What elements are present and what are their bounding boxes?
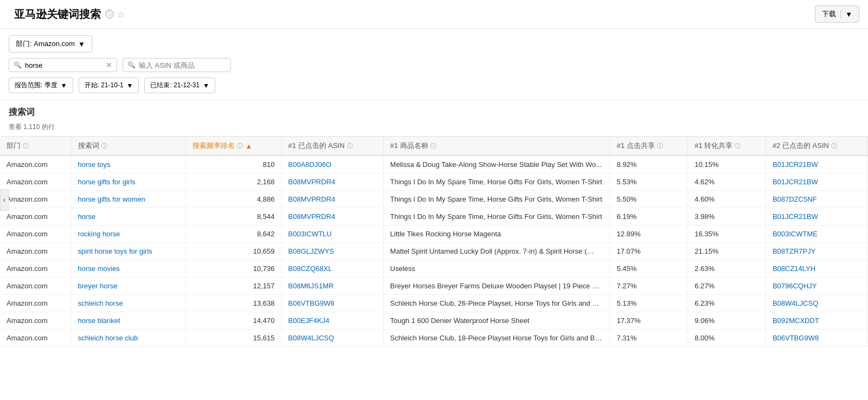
report-range-dropdown[interactable]: 报告范围: 季度 ▼: [9, 78, 73, 93]
dept-cell: Amazon.com: [0, 278, 71, 295]
dept-cell: Amazon.com: [0, 156, 71, 173]
asin1-cell: B00EJF4KJ4: [281, 312, 383, 330]
asin1-link[interactable]: B08GLJZWYS: [288, 247, 335, 255]
end-date-label: 已结束: 21-12-31: [150, 81, 200, 90]
asin2-link[interactable]: B01JCR21BW: [773, 212, 818, 221]
col-conv1-info-icon: ⓘ: [735, 142, 741, 150]
col-keyword-info-icon: ⓘ: [101, 142, 107, 150]
keyword-link[interactable]: horse toys: [78, 160, 111, 169]
sidebar-toggle[interactable]: ‹: [0, 189, 9, 211]
asin2-link[interactable]: B0796CQHJY: [773, 282, 817, 290]
asin2-link[interactable]: B08TZR7PJY: [773, 247, 815, 255]
asin1-link[interactable]: B00EJF4KJ4: [288, 317, 330, 325]
asin2-link[interactable]: B003ICWTME: [773, 230, 818, 238]
asin1-link[interactable]: B08M6JS1MR: [288, 282, 334, 290]
col-rank[interactable]: 搜索频率排名ⓘ▲: [186, 137, 281, 156]
asin1-link[interactable]: B08W4LJCSQ: [288, 334, 335, 342]
keyword-link[interactable]: horse blanket: [78, 317, 120, 325]
keyword-link[interactable]: rocking horse: [78, 230, 120, 238]
click1-cell: 5.13%: [610, 295, 688, 312]
dept-cell: Amazon.com: [0, 225, 71, 243]
name1-cell: Little Tikes Rocking Horse Magenta: [383, 225, 610, 243]
click1-cell: 5.50%: [610, 191, 688, 208]
asin2-link[interactable]: B087DZC5NF: [773, 195, 817, 203]
info-icon[interactable]: ⓘ: [105, 10, 114, 18]
conv1-cell: 3.98%: [688, 208, 766, 225]
name1-cell: Things I Do In My Spare Time, Horse Gift…: [383, 208, 610, 225]
click1-cell: 6.19%: [610, 208, 688, 225]
keyword-link[interactable]: schleich horse club: [78, 334, 138, 342]
asin2-cell: B087DZC5NF: [766, 191, 867, 208]
dept-row: 部门: Amazon.com ▼: [9, 35, 859, 53]
table-row: Amazon.com horse gifts for women 4,886 B…: [0, 191, 868, 208]
asin-search-input[interactable]: [139, 61, 226, 69]
asin2-link[interactable]: B06VTBG9W8: [773, 334, 819, 342]
click1-cell: 17.07%: [610, 243, 688, 260]
star-icon[interactable]: ☆: [117, 9, 125, 20]
end-date-dropdown[interactable]: 已结束: 21-12-31 ▼: [144, 78, 215, 93]
asin1-cell: B08W4LJCSQ: [281, 330, 383, 347]
download-button[interactable]: 下载 ▼: [815, 5, 859, 23]
conv1-cell: 10.15%: [688, 156, 766, 173]
keyword-link[interactable]: schleich horse: [78, 299, 123, 307]
keyword-cell: horse blanket: [71, 312, 186, 330]
col-asin2: #2 已点击的 ASINⓘ: [766, 137, 867, 156]
rank-cell: 8,642: [186, 225, 281, 243]
rank-cell: 13,638: [186, 295, 281, 312]
conv1-cell: 4.60%: [688, 191, 766, 208]
keyword-link[interactable]: horse movies: [78, 264, 120, 273]
keyword-cell: horse gifts for women: [71, 191, 186, 208]
search-input[interactable]: [25, 61, 102, 69]
start-date-label: 开始: 21-10-1: [85, 81, 124, 90]
dept-label: 部门: Amazon.com: [16, 39, 75, 49]
name1-cell: Tough 1 600 Denier Waterproof Horse Shee…: [383, 312, 610, 330]
asin1-link[interactable]: B06VTBG9W8: [288, 299, 335, 307]
keyword-cell: horse movies: [71, 260, 186, 278]
dept-dropdown[interactable]: 部门: Amazon.com ▼: [9, 35, 92, 53]
asin2-link[interactable]: B01JCR21BW: [773, 178, 818, 186]
conv1-cell: 6.27%: [688, 278, 766, 295]
asin-search-box: 🔍: [123, 58, 231, 72]
asin1-link[interactable]: B08MVPRDR4: [288, 212, 336, 221]
asin1-link[interactable]: B00A8DJ06O: [288, 160, 332, 169]
end-date-arrow-icon: ▼: [203, 82, 209, 89]
keyword-link[interactable]: horse: [78, 212, 96, 221]
page-title: 亚马逊关键词搜索: [14, 7, 101, 22]
clear-search-button[interactable]: ✕: [106, 61, 112, 69]
keyword-link[interactable]: horse gifts for girls: [78, 178, 136, 186]
asin1-cell: B08MVPRDR4: [281, 208, 383, 225]
keyword-link[interactable]: horse gifts for women: [78, 195, 145, 203]
asin1-link[interactable]: B003ICWTLU: [288, 230, 332, 238]
click1-cell: 7.31%: [610, 330, 688, 347]
table-row: Amazon.com horse 8,544 B08MVPRDR4 Things…: [0, 208, 868, 225]
table-row: Amazon.com spirit horse toys for girls 1…: [0, 243, 868, 260]
keyword-link[interactable]: spirit horse toys for girls: [78, 247, 152, 255]
col-rank-sort-icon: ▲: [245, 142, 252, 150]
keyword-link[interactable]: breyer horse: [78, 282, 118, 290]
asin1-link[interactable]: B08MVPRDR4: [288, 178, 336, 186]
asin2-link[interactable]: B08CZ14LYH: [773, 264, 815, 273]
dept-cell: Amazon.com: [0, 295, 71, 312]
asin2-cell: B01JCR21BW: [766, 156, 867, 173]
table-row: Amazon.com schleich horse club 15,615 B0…: [0, 330, 868, 347]
name1-cell: Mattel Spirit Untamed Lucky Doll (Approx…: [383, 243, 610, 260]
conv1-cell: 16.35%: [688, 225, 766, 243]
click1-cell: 8.92%: [610, 156, 688, 173]
title-icons: ⓘ ☆: [105, 9, 125, 20]
table-container: 部门ⓘ 搜索词ⓘ 搜索频率排名ⓘ▲ #1 已点击的 ASINⓘ #1 商品名称ⓘ…: [0, 136, 868, 347]
asin2-cell: B08W4LJCSQ: [766, 295, 867, 312]
asin2-link[interactable]: B08W4LJCSQ: [773, 299, 819, 307]
name1-cell: Breyer Horses Breyer Farms Deluxe Wooden…: [383, 278, 610, 295]
download-arrow-icon: ▼: [840, 10, 852, 18]
controls-area: 部门: Amazon.com ▼ 🔍 ✕ 🔍 报告范围: 季度 ▼ 开始: 21…: [0, 29, 868, 100]
rank-cell: 8,544: [186, 208, 281, 225]
asin2-link[interactable]: B01JCR21BW: [773, 160, 818, 169]
keyword-cell: rocking horse: [71, 225, 186, 243]
asin2-cell: B08TZR7PJY: [766, 243, 867, 260]
asin1-link[interactable]: B08CZQ68XL: [288, 264, 332, 273]
rank-cell: 810: [186, 156, 281, 173]
start-date-dropdown[interactable]: 开始: 21-10-1 ▼: [79, 78, 139, 93]
asin1-link[interactable]: B08MVPRDR4: [288, 195, 336, 203]
asin2-link[interactable]: B092MCXDDT: [773, 317, 819, 325]
dept-cell: Amazon.com: [0, 208, 71, 225]
